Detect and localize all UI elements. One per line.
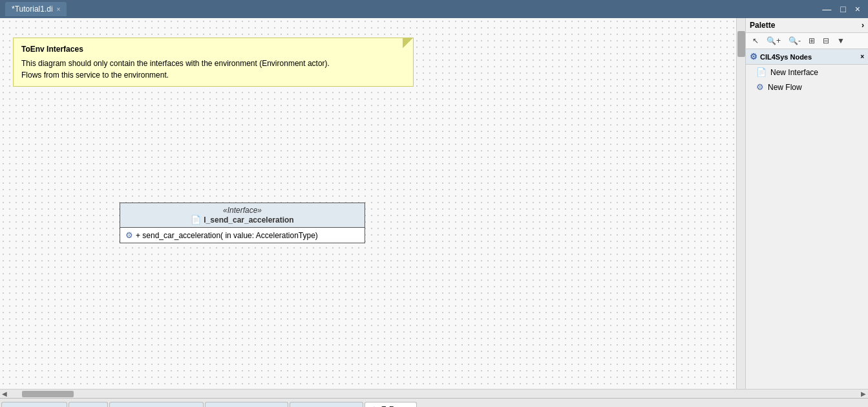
- note-line1: This diagram should only contain the int…: [21, 58, 405, 69]
- bottom-tabs-bar: 🗂 Car Structure 🗂 UCD 🗂 The driver accel…: [0, 398, 868, 407]
- interface-gear-icon: ⚙: [125, 230, 133, 240]
- palette-section-header: ⚙ CIL4Sys Nodes ×: [746, 49, 868, 65]
- scrollbar-thumb[interactable]: [737, 31, 745, 57]
- palette-zoom-out[interactable]: 🔍-: [786, 35, 803, 47]
- close-window-button[interactable]: ×: [852, 4, 863, 14]
- scroll-right-arrow[interactable]: ▶: [859, 390, 868, 397]
- title-bar: *Tutorial1.di × — □ ×: [0, 0, 868, 18]
- interface-name-text: I_send_car_acceleration: [204, 215, 293, 225]
- palette-item-new-interface[interactable]: 📄 New Interface: [746, 65, 868, 80]
- palette-section-collapse[interactable]: ×: [860, 53, 864, 60]
- note-title: ToEnv Interfaces: [21, 43, 405, 55]
- interface-body: ⚙ + send_car_acceleration( in value: Acc…: [120, 228, 365, 243]
- h-scrollbar-track[interactable]: [9, 390, 859, 398]
- tab-driver-accelerates[interactable]: 🗂 The driver accelerates: [109, 402, 204, 407]
- horizontal-scrollbar[interactable]: ◀ ▶: [0, 389, 868, 398]
- palette-section-icon: ⚙: [750, 52, 757, 61]
- scroll-left-arrow[interactable]: ◀: [0, 390, 9, 397]
- interface-name: 📄 I_send_car_acceleration: [123, 215, 362, 225]
- palette-new-interface-icon: 📄: [756, 67, 767, 77]
- tab-types-diagram[interactable]: 🗂 TypesDiagram1: [290, 402, 363, 407]
- interface-method: + send_car_acceleration( in value: Accel…: [136, 231, 318, 240]
- tab-car-structure[interactable]: 🗂 Car Structure: [1, 402, 67, 407]
- tab-request-interfaces[interactable]: 🗂 Request Interfaces: [205, 402, 288, 407]
- palette-new-interface-label: New Interface: [770, 68, 818, 77]
- editor-tab-label: *Tutorial1.di: [12, 5, 53, 14]
- palette-fit[interactable]: ⊞: [806, 35, 818, 47]
- tab-ucd[interactable]: 🗂 UCD: [69, 402, 108, 407]
- palette-item-new-flow[interactable]: ⚙ New Flow: [746, 80, 868, 94]
- palette-new-flow-icon: ⚙: [756, 82, 764, 92]
- note-box: ToEnv Interfaces This diagram should onl…: [13, 38, 414, 87]
- palette-title: Palette: [750, 21, 775, 30]
- main-layout: ToEnv Interfaces This diagram should onl…: [0, 18, 868, 389]
- maximize-button[interactable]: □: [838, 4, 848, 14]
- note-line2: Flows from this service to the environme…: [21, 69, 405, 81]
- interface-stereotype: «Interface»: [123, 206, 362, 215]
- tab-toenv[interactable]: 🗂 ToEnv ×: [365, 402, 417, 407]
- palette-toolbar: ↖ 🔍+ 🔍- ⊞ ⊟ ▼: [746, 33, 868, 49]
- palette-section-title: CIL4Sys Nodes: [760, 53, 812, 61]
- palette-new-flow-label: New Flow: [768, 83, 802, 92]
- palette-select-tool[interactable]: ↖: [750, 35, 761, 47]
- title-bar-left: *Tutorial1.di ×: [5, 2, 67, 16]
- editor-tab-close[interactable]: ×: [57, 6, 61, 13]
- h-scrollbar-thumb[interactable]: [22, 391, 74, 397]
- interface-page-icon: 📄: [191, 215, 201, 225]
- palette-panel: Palette › ↖ 🔍+ 🔍- ⊞ ⊟ ▼ ⚙ CIL4Sys Nodes …: [745, 18, 868, 389]
- palette-more[interactable]: ▼: [834, 35, 847, 47]
- palette-zoom-in[interactable]: 🔍+: [764, 35, 783, 47]
- canvas-area[interactable]: ToEnv Interfaces This diagram should onl…: [0, 18, 736, 389]
- minimize-button[interactable]: —: [820, 4, 834, 14]
- palette-expand-icon[interactable]: ›: [862, 21, 864, 30]
- palette-header: Palette ›: [746, 18, 868, 33]
- editor-tab[interactable]: *Tutorial1.di ×: [5, 2, 67, 16]
- interface-box[interactable]: «Interface» 📄 I_send_car_acceleration ⚙ …: [120, 203, 365, 243]
- window-controls: — □ ×: [820, 4, 863, 14]
- palette-grid[interactable]: ⊟: [820, 35, 832, 47]
- interface-header: «Interface» 📄 I_send_car_acceleration: [120, 203, 365, 228]
- vertical-scrollbar[interactable]: [736, 18, 745, 389]
